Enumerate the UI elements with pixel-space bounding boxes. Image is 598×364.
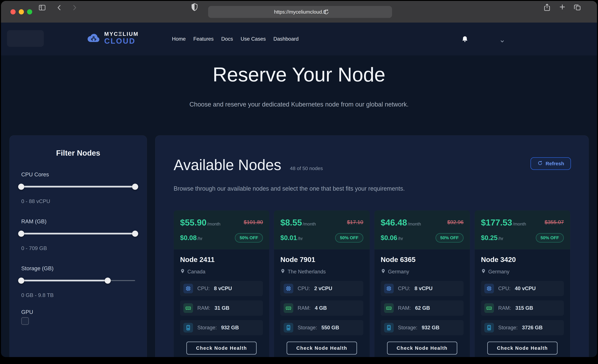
check-node-health-button[interactable]: Check Node Health [387,342,457,355]
filter-group-2: Storage (GB) 0 GB - 9.8 TB [21,265,135,298]
check-node-health-button[interactable]: Check Node Health [487,342,557,355]
node-location: Germany [488,269,509,275]
cpu-label: CPU: [398,286,410,291]
available-nodes-panel: Available Nodes 48 of 50 nodes Refresh B… [155,135,589,357]
gpu-filter: GPU [21,309,135,325]
site-navbar: MYCΞLIUM CLOUD Home Features Docs Use Ca… [1,23,597,55]
storage-spec-row: Storage: 932 GB [180,320,263,335]
slider-handle-max[interactable] [105,278,111,284]
original-price: $17.10 [347,219,363,225]
cloud-logo-icon [86,30,101,46]
refresh-icon [537,160,543,167]
monthly-price: $177.53 [481,218,512,227]
url-text: https://myceliumcloud.tf [274,9,326,15]
cpu-label: CPU: [298,286,310,291]
slider-handle-max[interactable] [132,184,138,190]
cpu-icon [284,284,293,293]
filter-label-0: CPU Cores [21,171,135,178]
hourly-unit: /hr [398,236,403,241]
cpu-label: CPU: [197,286,210,291]
filter-slider-0[interactable] [21,183,135,190]
page-content: Reserve Your Node Choose and reserve you… [1,55,597,357]
discount-badge: 50% OFF [335,233,363,243]
slider-handle-min[interactable] [18,231,25,237]
node-details-2: Node 6365 Germany [374,249,470,357]
node-card-3[interactable]: $177.53 /month $355.07 $0.25 /hr 50% OFF… [474,210,570,357]
page-title: Reserve Your Node [1,55,597,86]
ram-value: 31 GB [215,305,230,311]
ram-value: 4 GB [315,305,327,311]
storage-label: Storage: [498,325,518,331]
close-window-button[interactable] [10,9,16,14]
filter-group-1: RAM (GB) 0 - 709 GB [21,218,135,251]
zoom-window-button[interactable] [27,9,32,14]
slider-handle-min[interactable] [18,278,25,284]
original-price: $101.80 [244,219,263,225]
notifications-bell-icon[interactable] [461,35,469,44]
hourly-price: $0.25 [481,234,498,241]
browser-chrome: https://myceliumcloud.tf [1,1,597,23]
filter-range-text-1: 0 - 709 GB [21,245,135,251]
storage-spec-row: Storage: 932 GB [381,320,464,335]
storage-spec-row: Storage: 550 GB [280,320,363,335]
node-name: Node 3420 [481,256,564,264]
slider-handle-max[interactable] [132,231,138,237]
nav-links: Home Features Docs Use Cases Dashboard [172,23,299,55]
navbar-placeholder [7,30,44,47]
nav-link-4[interactable]: Dashboard [273,36,299,42]
node-card-0[interactable]: $55.90 /month $101.80 $0.08 /hr 50% OFF … [174,210,269,357]
filter-slider-1[interactable] [21,230,135,237]
url-bar[interactable]: https://myceliumcloud.tf [208,6,392,18]
cpu-icon [384,284,394,293]
available-nodes-description: Browse through our available nodes and s… [174,185,570,192]
storage-value: 3726 GB [522,325,543,331]
cpu-spec-row: CPU: 40 vCPU [481,281,564,296]
gpu-checkbox[interactable] [21,317,29,325]
ram-label: RAM: [398,305,411,311]
node-card-1[interactable]: $8.55 /month $17.10 $0.01 /hr 50% OFF No… [274,210,370,357]
hourly-unit: /hr [498,236,503,241]
location-pin-icon [180,269,185,275]
hourly-price: $0.06 [381,234,397,241]
filter-label-2: Storage (GB) [21,265,135,272]
slider-handle-min[interactable] [18,184,25,190]
original-price: $92.96 [447,219,464,225]
node-card-2[interactable]: $46.48 /month $92.96 $0.06 /hr 50% OFF N… [374,210,470,357]
node-pricing-3: $177.53 /month $355.07 $0.25 /hr 50% OFF [475,211,570,249]
nav-link-2[interactable]: Docs [221,36,233,42]
ram-icon [183,303,193,313]
refresh-label: Refresh [546,161,564,166]
storage-spec-row: Storage: 3726 GB [481,320,564,335]
nav-link-3[interactable]: Use Cases [241,36,266,42]
available-nodes-title: Available Nodes [174,157,281,174]
check-node-health-button[interactable]: Check Node Health [186,342,257,355]
brand-logo[interactable]: MYCΞLIUM CLOUD [86,30,139,46]
cpu-spec-row: CPU: 2 vCPU [280,281,363,296]
monthly-price: $8.55 [280,218,302,227]
nodes-count: 48 of 50 nodes [290,165,323,171]
refresh-button[interactable]: Refresh [531,157,571,170]
minimize-window-button[interactable] [19,9,24,14]
nav-link-0[interactable]: Home [172,36,186,42]
filter-group-0: CPU Cores 0 - 88 vCPU [21,171,135,204]
slider-fill [21,280,108,281]
ram-icon [384,303,394,313]
node-details-3: Node 3420 Germany [475,249,570,357]
storage-label: Storage: [197,325,217,331]
location-pin-icon [381,269,386,275]
ram-spec-row: RAM: 62 GB [381,300,464,316]
account-chevron-down-icon[interactable] [499,38,506,45]
ram-spec-row: RAM: 4 GB [280,300,363,316]
discount-badge: 50% OFF [235,233,263,243]
storage-icon [183,323,193,332]
check-node-health-button[interactable]: Check Node Health [287,342,357,355]
node-details-1: Node 7901 The Netherlands [274,249,369,357]
location-pin-icon [481,269,486,275]
nodes-grid: $55.90 /month $101.80 $0.08 /hr 50% OFF … [174,210,570,357]
node-pricing-1: $8.55 /month $17.10 $0.01 /hr 50% OFF [274,211,369,249]
filter-panel: Filter Nodes CPU Cores 0 - 88 vCPU [9,135,147,357]
nav-link-1[interactable]: Features [193,36,214,42]
storage-value: 550 GB [321,325,339,331]
hourly-unit: /hr [198,236,202,241]
filter-slider-2[interactable] [21,277,135,284]
